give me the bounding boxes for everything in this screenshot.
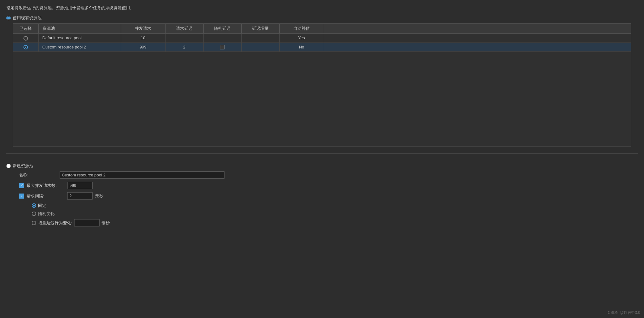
- max-concurrent-label: 最大并发请求数:: [27, 183, 65, 188]
- section-divider: [6, 153, 638, 154]
- row1-concurrent: 10: [121, 34, 165, 43]
- col-concurrent: 并发请求: [121, 24, 165, 34]
- table-row[interactable]: Default resource pool 10 Yes: [13, 34, 631, 43]
- table-empty-space: [13, 52, 631, 147]
- col-extra: [324, 24, 631, 34]
- row1-random-delay: [203, 34, 241, 43]
- use-existing-label: 使用现有资源池: [13, 15, 42, 21]
- row2-random-delay[interactable]: [203, 42, 241, 52]
- row2-checkbox[interactable]: [220, 45, 224, 49]
- request-interval-label: 请求间隔:: [27, 193, 65, 199]
- max-concurrent-row: ✓ 最大并发请求数:: [19, 182, 638, 189]
- fixed-radio[interactable]: [32, 203, 36, 208]
- random-label: 随机变化: [38, 211, 55, 217]
- random-radio[interactable]: [32, 212, 36, 216]
- col-random-delay: 随机延迟: [203, 24, 241, 34]
- row1-delay-inc: [241, 34, 279, 43]
- max-concurrent-input[interactable]: [67, 182, 93, 189]
- resource-pool-table: 已选择 资源池 并发请求 请求延迟 随机延迟 延迟增量 自动补偿: [13, 24, 631, 147]
- max-delay-unit: 毫秒: [101, 220, 110, 226]
- new-pool-radio-label[interactable]: 新建资源池: [6, 163, 638, 169]
- col-selected: 已选择: [13, 24, 38, 34]
- name-input[interactable]: [60, 171, 224, 179]
- new-pool-label: 新建资源池: [13, 163, 33, 169]
- row2-concurrent: 999: [121, 42, 165, 52]
- row1-auto-comp: Yes: [279, 34, 324, 43]
- max-delay-radio[interactable]: [32, 221, 36, 225]
- row2-selected[interactable]: [13, 42, 38, 52]
- col-delay-inc: 延迟增量: [241, 24, 279, 34]
- request-interval-input[interactable]: [67, 192, 93, 200]
- use-existing-radio[interactable]: [6, 16, 11, 20]
- resource-pool-table-wrapper: 已选择 资源池 并发请求 请求延迟 随机延迟 延迟增量 自动补偿: [13, 23, 631, 147]
- max-delay-label: 增量延迟行为变化:: [38, 220, 72, 226]
- request-interval-unit: 毫秒: [95, 193, 103, 199]
- row2-req-delay: 2: [165, 42, 203, 52]
- random-radio-row[interactable]: 随机变化: [32, 211, 638, 217]
- row2-name: Custom resource pool 2: [38, 42, 121, 52]
- row2-extra: [324, 42, 631, 52]
- col-pool-name: 资源池: [38, 24, 121, 34]
- row1-selected[interactable]: [13, 34, 38, 43]
- fixed-radio-row[interactable]: 固定: [32, 203, 638, 208]
- use-existing-radio-label[interactable]: 使用现有资源池: [6, 15, 638, 21]
- row1-radio[interactable]: [23, 36, 28, 41]
- request-interval-checkbox[interactable]: ✓: [19, 194, 24, 199]
- max-concurrent-checkbox[interactable]: ✓: [19, 183, 24, 188]
- max-delay-input[interactable]: [74, 219, 100, 226]
- watermark: CSDN @邦居中3.0: [608, 310, 640, 315]
- max-delay-row[interactable]: 增量延迟行为变化: 毫秒: [32, 219, 638, 226]
- new-pool-section: 新建资源池 名称: ✓ 最大并发请求数: ✓ 请求间隔: 毫秒 固定 随机: [6, 163, 638, 226]
- row2-delay-inc: [241, 42, 279, 52]
- col-auto-comp: 自动补偿: [279, 24, 324, 34]
- request-interval-row: ✓ 请求间隔: 毫秒: [19, 192, 638, 200]
- row1-extra: [324, 34, 631, 43]
- name-row: 名称:: [19, 171, 638, 179]
- table-row[interactable]: Custom resource pool 2 999 2 No: [13, 42, 631, 52]
- row1-req-delay: [165, 34, 203, 43]
- description-text: 指定将攻击运行的资源池。资源池用于管理多个任务的系统资源使用。: [6, 5, 638, 11]
- row1-name: Default resource pool: [38, 34, 121, 43]
- fixed-label: 固定: [38, 203, 46, 208]
- name-label: 名称:: [19, 172, 57, 178]
- row2-radio[interactable]: [23, 45, 28, 49]
- row2-auto-comp: No: [279, 42, 324, 52]
- new-pool-radio[interactable]: [6, 164, 11, 168]
- col-req-delay: 请求延迟: [165, 24, 203, 34]
